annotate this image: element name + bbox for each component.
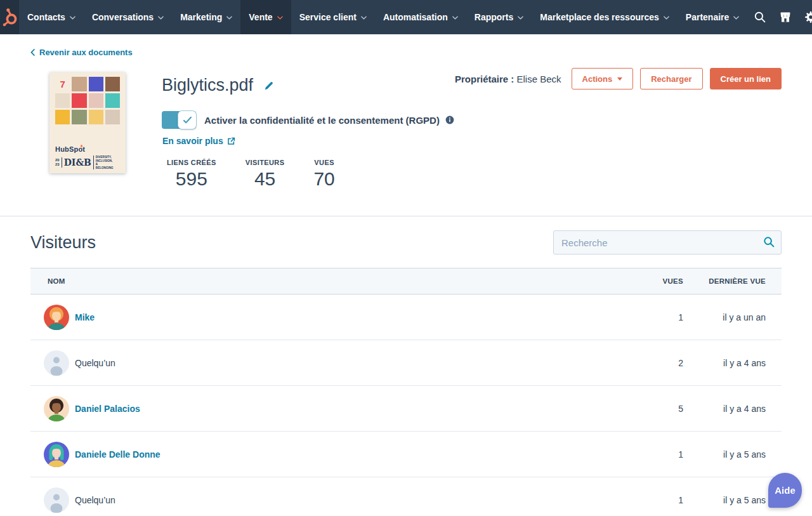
visitor-name: Quelqu’un	[75, 358, 115, 368]
top-navigation: Contacts Conversations Marketing Vente S…	[0, 0, 812, 34]
stat: VUES 70	[313, 159, 334, 190]
hubspot-logo[interactable]	[0, 0, 19, 34]
column-header-name[interactable]: NOM	[30, 277, 610, 285]
thumbnail-title: DI&B	[62, 157, 91, 168]
search-submit-icon[interactable]	[763, 236, 775, 251]
learn-more-link[interactable]: En savoir plus	[162, 136, 235, 146]
nav-item-label: Rapports	[475, 12, 513, 22]
nav-item-label: Marketplace des ressources	[540, 12, 659, 22]
chevron-down-icon	[70, 16, 75, 20]
stat-value: 45	[246, 168, 285, 190]
reload-button[interactable]: Recharger	[640, 68, 702, 89]
visitor-name[interactable]: Daniel Palacios	[75, 404, 140, 414]
settings-gear-icon[interactable]	[798, 0, 812, 34]
avatar	[44, 305, 69, 330]
chevron-down-icon	[361, 16, 367, 20]
document-stats: LIENS CRÉÉS 595 VISITEURS 45 VUES 70	[162, 159, 454, 190]
visitor-last-view: il y a un an	[683, 312, 782, 322]
gdpr-consent-label: Activer la confidentialité et le consent…	[204, 115, 440, 126]
document-thumbnail[interactable]: 7 HubSpot 20 23 DI&B DIVERSITY, INCLUSIO…	[49, 72, 126, 173]
create-link-button[interactable]: Créer un lien	[710, 68, 782, 89]
visitor-name[interactable]: Mike	[75, 312, 95, 322]
collage-cell	[72, 77, 86, 91]
toggle-knob	[178, 110, 197, 129]
thumbnail-brand: HubSpot	[55, 145, 85, 153]
table-row[interactable]: Daniel Palacios 5 il y a 4 ans	[30, 386, 782, 432]
document-actions: Propriétaire : Elise Beck Actions Rechar…	[455, 68, 782, 89]
edit-pencil-icon[interactable]	[264, 81, 274, 91]
collage-cell	[55, 93, 70, 108]
table-row[interactable]: Quelqu’un 1 il y a 5 ans	[30, 477, 782, 516]
visitor-last-view: il y a 5 ans	[683, 449, 782, 460]
collage-cell	[105, 77, 120, 91]
chevron-down-icon	[733, 16, 739, 20]
collage-cell	[89, 93, 103, 108]
table-row[interactable]: Quelqu’un 2 il y a 4 ans	[30, 340, 782, 386]
thumbnail-collage: 7	[55, 77, 120, 124]
stat-value: 70	[313, 168, 334, 190]
owner: Propriétaire : Elise Beck	[455, 74, 561, 84]
collage-cell	[89, 110, 103, 124]
stat: LIENS CRÉÉS 595	[167, 159, 216, 190]
nav-item-automatisation[interactable]: Automatisation	[375, 0, 466, 34]
document-header: 7 HubSpot 20 23 DI&B DIVERSITY, INCLUSIO…	[0, 58, 812, 190]
avatar	[44, 350, 69, 376]
table-row[interactable]: Daniele Delle Donne 1 il y a 5 ans	[30, 432, 782, 477]
nav-item-contacts[interactable]: Contacts	[19, 0, 84, 34]
chevron-down-icon	[226, 16, 232, 20]
visitor-name: Quelqu’un	[75, 495, 115, 505]
search-box	[553, 230, 782, 255]
visitor-views: 1	[610, 449, 683, 460]
column-header-views[interactable]: VUES	[610, 277, 683, 285]
chevron-down-icon	[518, 16, 523, 20]
visitor-last-view: il y a 4 ans	[683, 404, 782, 414]
chevron-down-icon	[277, 16, 283, 20]
visitors-table: NOM VUES DERNIÈRE VUE Mike 1 il y a un a…	[30, 268, 782, 516]
nav-item-marketing[interactable]: Marketing	[172, 0, 240, 34]
column-header-last-view[interactable]: DERNIÈRE VUE	[683, 277, 782, 285]
search-icon[interactable]	[747, 0, 773, 34]
visitor-last-view: il y a 5 ans	[683, 495, 782, 505]
stat-label: VISITEURS	[246, 159, 285, 166]
nav-items: Contacts Conversations Marketing Vente S…	[19, 0, 747, 34]
stat: VISITEURS 45	[246, 159, 285, 190]
thumbnail-caption: DIVERSITY, INCLUSION, & BELONGING	[93, 155, 114, 169]
table-header: NOM VUES DERNIÈRE VUE	[30, 268, 782, 294]
visitor-views: 5	[610, 404, 683, 414]
collage-cell	[89, 77, 103, 91]
nav-tools: 10	[747, 0, 812, 34]
owner-name: Elise Beck	[517, 74, 561, 84]
hubspot-sprocket-icon	[0, 7, 19, 27]
visitor-views: 1	[610, 495, 683, 505]
visitor-views: 2	[610, 358, 683, 368]
info-icon[interactable]	[445, 116, 454, 124]
nav-item-vente[interactable]: Vente	[240, 0, 291, 34]
stat-label: LIENS CRÉÉS	[167, 159, 216, 166]
chevron-down-icon	[452, 16, 458, 20]
nav-item-label: Marketing	[180, 12, 222, 22]
nav-item-label: Contacts	[27, 12, 65, 22]
visitor-name[interactable]: Daniele Delle Donne	[75, 449, 160, 460]
gdpr-consent-toggle[interactable]	[162, 111, 196, 129]
nav-item-conversations[interactable]: Conversations	[84, 0, 172, 34]
marketplace-icon[interactable]	[773, 0, 798, 34]
external-link-icon	[227, 137, 235, 145]
nav-item-service-client[interactable]: Service client	[291, 0, 375, 34]
nav-item-marketplace-des-ressources[interactable]: Marketplace des ressources	[532, 0, 678, 34]
owner-label: Propriétaire :	[455, 74, 514, 84]
nav-item-partenaire[interactable]: Partenaire	[678, 0, 747, 34]
help-button[interactable]: Aide	[768, 473, 802, 508]
actions-button[interactable]: Actions	[572, 68, 634, 89]
visitors-table-body: Mike 1 il y a un an Quelqu’un 2 il y a 4…	[30, 294, 782, 516]
nav-item-rapports[interactable]: Rapports	[466, 0, 532, 34]
collage-cell: 7	[55, 77, 70, 91]
table-row[interactable]: Mike 1 il y a un an	[30, 294, 782, 340]
avatar	[44, 442, 69, 467]
collage-cell	[55, 110, 70, 124]
checkmark-icon	[183, 116, 192, 124]
search-input[interactable]	[553, 230, 782, 255]
chevron-down-icon	[158, 16, 164, 20]
back-to-documents-link[interactable]: Revenir aux documents	[30, 48, 133, 57]
nav-item-label: Vente	[249, 12, 272, 22]
collage-cell	[105, 93, 120, 108]
